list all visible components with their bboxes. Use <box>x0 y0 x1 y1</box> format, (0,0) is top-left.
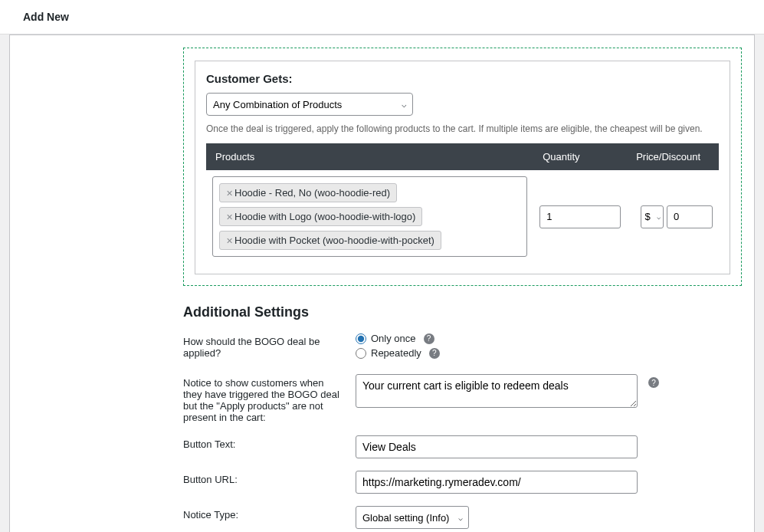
customer-gets-section: Customer Gets: Any Combination of Produc… <box>183 48 742 286</box>
notice-textarea[interactable]: Your current cart is eligible to redeem … <box>356 374 638 408</box>
col-quantity: Quantity <box>533 143 627 170</box>
price-input[interactable] <box>667 205 713 228</box>
col-price-discount: Price/Discount <box>627 143 719 170</box>
remove-icon[interactable]: ✕ <box>226 212 233 222</box>
notice-type-label: Notice Type: <box>183 506 356 521</box>
quantity-input[interactable] <box>539 205 621 228</box>
help-icon[interactable]: ? <box>648 377 659 388</box>
currency-select[interactable]: $ <box>641 205 664 228</box>
radio-repeatedly-input[interactable] <box>356 348 366 359</box>
help-icon[interactable]: ? <box>429 348 440 359</box>
table-row: ✕Hoodie - Red, No (woo-hoodie-red) ✕Hood… <box>206 170 719 263</box>
product-tag[interactable]: ✕Hoodie - Red, No (woo-hoodie-red) <box>219 183 397 202</box>
button-url-label: Button URL: <box>183 471 356 485</box>
button-url-input[interactable] <box>356 471 638 494</box>
product-tag-input[interactable]: ✕Hoodie - Red, No (woo-hoodie-red) ✕Hood… <box>212 176 527 257</box>
button-text-label: Button Text: <box>183 435 356 450</box>
product-tag[interactable]: ✕Hoodie with Logo (woo-hoodie-with-logo) <box>219 207 422 226</box>
products-table: Products Quantity Price/Discount ✕Hoodie… <box>206 143 719 263</box>
radio-only-once-input[interactable] <box>356 333 366 344</box>
button-text-input[interactable] <box>356 435 638 458</box>
customer-gets-hint: Once the deal is triggered, apply the fo… <box>206 123 719 134</box>
customer-gets-label: Customer Gets: <box>206 72 719 85</box>
customer-gets-select[interactable]: Any Combination of Products <box>206 93 413 116</box>
page-header: Add New <box>0 0 764 34</box>
notice-label: Notice to show customers when they have … <box>183 374 356 423</box>
page-title: Add New <box>23 11 741 23</box>
additional-settings-heading: Additional Settings <box>183 304 742 320</box>
product-tag[interactable]: ✕Hoodie with Pocket (woo-hoodie-with-poc… <box>219 231 441 250</box>
radio-only-once[interactable]: Only once ? <box>356 333 440 344</box>
remove-icon[interactable]: ✕ <box>226 236 233 245</box>
help-icon[interactable]: ? <box>424 333 434 344</box>
apply-mode-label: How should the BOGO deal be applied? <box>183 333 356 359</box>
col-products: Products <box>206 143 533 170</box>
remove-icon[interactable]: ✕ <box>226 189 233 198</box>
notice-type-select[interactable]: Global setting (Info) <box>356 506 469 529</box>
radio-repeatedly[interactable]: Repeatedly ? <box>356 347 440 359</box>
